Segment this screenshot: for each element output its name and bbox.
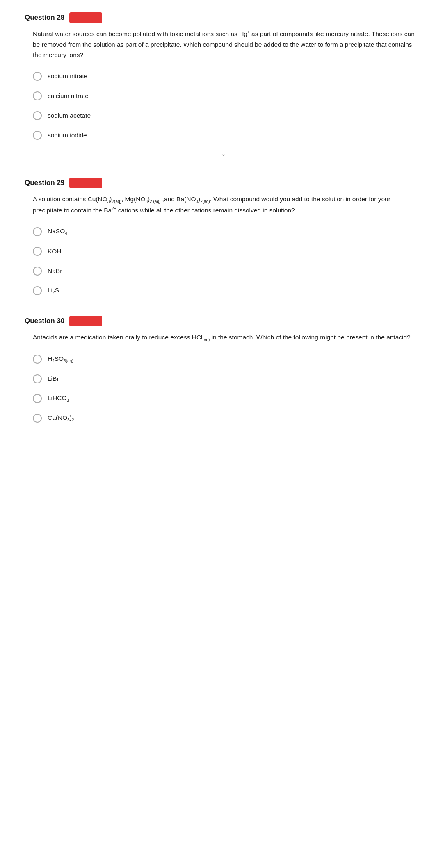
question-30-number: Question 30 (25, 317, 64, 325)
question-28-option-b[interactable]: calcium nitrate (33, 91, 418, 100)
option-label-q28b: calcium nitrate (48, 92, 89, 100)
radio-q30c[interactable] (33, 394, 42, 403)
radio-q29a[interactable] (33, 227, 42, 236)
option-label-q30c: LiHCO3 (48, 394, 69, 403)
option-label-q29a: NaSO4 (48, 228, 67, 236)
question-29-block: Question 29 A solution contains Cu(NO3)2… (25, 178, 418, 295)
radio-q28b[interactable] (33, 91, 42, 100)
question-29-option-d[interactable]: Li2S (33, 286, 418, 295)
chevron-down-q28[interactable]: ⌄ (29, 150, 418, 157)
radio-q29b[interactable] (33, 247, 42, 256)
option-label-q29c: NaBr (48, 267, 62, 275)
question-30-option-a[interactable]: H2SO3(aq) (33, 355, 418, 364)
question-28-options: sodium nitrate calcium nitrate sodium ac… (25, 72, 418, 140)
radio-q30a[interactable] (33, 355, 42, 364)
radio-q28d[interactable] (33, 131, 42, 140)
question-30-options: H2SO3(aq) LiBr LiHCO3 Ca(NO3)2 (25, 355, 418, 423)
radio-q29d[interactable] (33, 286, 42, 295)
option-label-q30d: Ca(NO3)2 (48, 414, 74, 422)
option-label-q28a: sodium nitrate (48, 73, 87, 80)
question-28-redacted-badge (69, 12, 102, 23)
question-29-number: Question 29 (25, 179, 64, 187)
option-label-q30b: LiBr (48, 375, 59, 383)
question-28-header: Question 28 (25, 12, 418, 23)
question-28-block: Question 28 Natural water sources can be… (25, 12, 418, 157)
question-28-option-d[interactable]: sodium iodide (33, 131, 418, 140)
option-label-q28c: sodium acetate (48, 112, 91, 119)
question-30-option-d[interactable]: Ca(NO3)2 (33, 414, 418, 423)
question-29-option-b[interactable]: KOH (33, 247, 418, 256)
question-30-redacted-badge (69, 316, 102, 326)
question-28-text: Natural water sources can become pollute… (25, 29, 418, 60)
question-30-option-b[interactable]: LiBr (33, 374, 418, 383)
radio-q30d[interactable] (33, 414, 42, 423)
radio-q29c[interactable] (33, 267, 42, 276)
question-30-text: Antacids are a medication taken orally t… (25, 332, 418, 344)
radio-q28a[interactable] (33, 72, 42, 81)
question-30-block: Question 30 Antacids are a medication ta… (25, 316, 418, 423)
question-29-option-a[interactable]: NaSO4 (33, 227, 418, 236)
question-30-option-c[interactable]: LiHCO3 (33, 394, 418, 403)
option-label-q29d: Li2S (48, 287, 59, 295)
question-29-redacted-badge (69, 178, 102, 188)
question-29-option-c[interactable]: NaBr (33, 267, 418, 276)
option-label-q28d: sodium iodide (48, 132, 87, 139)
question-28-option-c[interactable]: sodium acetate (33, 111, 418, 120)
question-28-option-a[interactable]: sodium nitrate (33, 72, 418, 81)
radio-q30b[interactable] (33, 374, 42, 383)
question-28-number: Question 28 (25, 14, 64, 22)
question-29-header: Question 29 (25, 178, 418, 188)
option-label-q30a: H2SO3(aq) (48, 355, 73, 363)
option-label-q29b: KOH (48, 248, 62, 255)
question-29-text: A solution contains Cu(NO3)2(aq), Mg(NO3… (25, 194, 418, 216)
question-29-options: NaSO4 KOH NaBr Li2S (25, 227, 418, 295)
radio-q28c[interactable] (33, 111, 42, 120)
question-30-header: Question 30 (25, 316, 418, 326)
